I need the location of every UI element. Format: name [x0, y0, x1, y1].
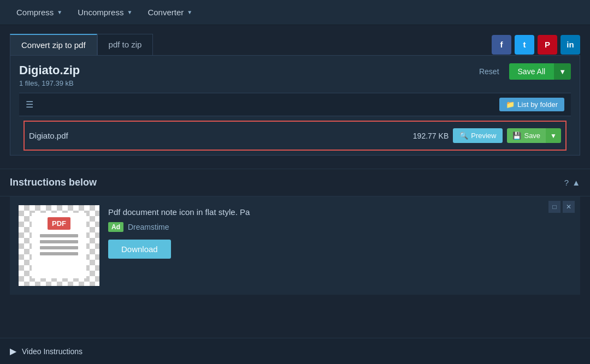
help-icon: ? — [564, 178, 569, 187]
preview-label: Preview — [471, 132, 496, 140]
file-title-row: Digiato.zip 1 files, 197.39 kB Reset Sav… — [19, 63, 571, 87]
tab-pdf-to-zip-label: pdf to zip — [109, 40, 142, 49]
file-size: 192.77 KB — [405, 132, 449, 140]
list-icon: ☰ — [26, 99, 33, 110]
pdf-badge: PDF — [48, 217, 70, 230]
tabs-row: Convert zip to pdf pdf to zip f t P in — [10, 34, 580, 55]
facebook-icon: f — [500, 40, 503, 49]
list-header: ☰ 📁 List by folder — [19, 93, 571, 116]
ad-title: Pdf document note icon in flat style. Pa — [108, 207, 571, 217]
file-row-name: Digiato.pdf — [29, 131, 68, 140]
video-play-icon: ▶ — [10, 346, 16, 356]
nav-converter-label: Converter — [148, 8, 184, 17]
ad-minimize-button[interactable]: □ — [548, 201, 560, 213]
save-icon: 💾 — [512, 132, 521, 140]
nav-converter-caret: ▼ — [187, 9, 192, 15]
tab-group: Convert zip to pdf pdf to zip — [10, 34, 153, 55]
twitter-button[interactable]: t — [515, 35, 534, 55]
nav-compress-label: Compress — [16, 8, 54, 17]
nav-uncompress-caret: ▼ — [127, 9, 132, 15]
ad-label-row: Ad Dreamstime — [108, 222, 571, 232]
pdf-line-3 — [40, 246, 78, 249]
nav-converter[interactable]: Converter ▼ — [140, 0, 200, 25]
nav-uncompress[interactable]: Uncompress ▼ — [70, 0, 140, 25]
reset-button[interactable]: Reset — [474, 64, 505, 79]
save-caret-button[interactable]: ▼ — [546, 128, 561, 143]
file-info: Digiato.zip 1 files, 197.39 kB — [19, 63, 80, 87]
save-group: 💾 Save ▼ — [507, 128, 561, 143]
file-row-right: 192.77 KB 🔍 Preview 💾 Save ▼ — [405, 128, 561, 143]
ad-content: Pdf document note icon in flat style. Pa… — [108, 205, 571, 259]
tab-zip-to-pdf-label: Convert zip to pdf — [21, 40, 86, 50]
file-row: Digiato.pdf 192.77 KB 🔍 Preview 💾 Save ▼ — [23, 121, 567, 151]
save-button[interactable]: 💾 Save — [507, 128, 546, 143]
tab-pdf-to-zip[interactable]: pdf to zip — [97, 34, 154, 55]
file-meta: 1 files, 197.39 kB — [19, 79, 80, 87]
twitter-icon: t — [523, 40, 526, 49]
file-name: Digiato.zip — [19, 63, 80, 77]
list-by-folder-button[interactable]: 📁 List by folder — [499, 98, 564, 111]
navbar: Compress ▼ Uncompress ▼ Converter ▼ — [0, 0, 590, 25]
social-icons: f t P in — [492, 35, 580, 55]
nav-compress-caret: ▼ — [57, 9, 62, 15]
facebook-button[interactable]: f — [492, 35, 511, 55]
nav-uncompress-label: Uncompress — [78, 8, 123, 17]
instructions-bar: Instructions below ? ▲ — [0, 169, 590, 196]
pdf-line-2 — [40, 240, 78, 243]
ad-close-button[interactable]: ✕ — [563, 201, 575, 213]
save-all-caret-button[interactable]: ▼ — [554, 63, 571, 80]
save-all-group: Save All ▼ — [509, 63, 571, 80]
linkedin-button[interactable]: in — [560, 35, 580, 55]
main-content: Convert zip to pdf pdf to zip f t P in — [0, 25, 590, 169]
pinterest-button[interactable]: P — [538, 35, 557, 55]
instructions-label: Instructions below — [10, 177, 97, 188]
video-label: Video Instructions — [22, 347, 82, 356]
download-button[interactable]: Download — [108, 240, 171, 259]
save-all-button[interactable]: Save All — [509, 63, 554, 80]
ad-thumbnail: PDF — [19, 205, 99, 286]
pdf-line-4 — [40, 252, 78, 255]
folder-icon: 📁 — [506, 100, 515, 109]
file-actions: Reset Save All ▼ — [474, 63, 571, 80]
file-row-wrap: Digiato.pdf 192.77 KB 🔍 Preview 💾 Save ▼ — [19, 116, 571, 151]
list-by-folder-label: List by folder — [517, 100, 558, 109]
ad-block: □ ✕ PDF Pdf document note icon in flat s… — [10, 196, 580, 295]
pdf-icon: PDF — [32, 213, 86, 278]
pdf-lines — [40, 234, 78, 258]
instructions-help-toggle[interactable]: ? ▲ — [564, 178, 580, 187]
ad-badge: Ad — [108, 222, 123, 232]
nav-compress[interactable]: Compress ▼ — [9, 0, 70, 25]
pinterest-icon: P — [545, 40, 550, 49]
save-label: Save — [524, 132, 540, 140]
collapse-icon: ▲ — [572, 178, 580, 187]
preview-icon: 🔍 — [459, 132, 468, 140]
video-bar: ▶ Video Instructions — [0, 338, 590, 364]
ad-source: Dreamstime — [128, 223, 169, 231]
linkedin-icon: in — [567, 40, 574, 49]
ad-close-bar: □ ✕ — [548, 201, 575, 213]
file-box: Digiato.zip 1 files, 197.39 kB Reset Sav… — [10, 55, 580, 156]
pdf-line-1 — [40, 234, 78, 237]
preview-button[interactable]: 🔍 Preview — [453, 128, 503, 143]
tab-zip-to-pdf[interactable]: Convert zip to pdf — [10, 34, 97, 55]
